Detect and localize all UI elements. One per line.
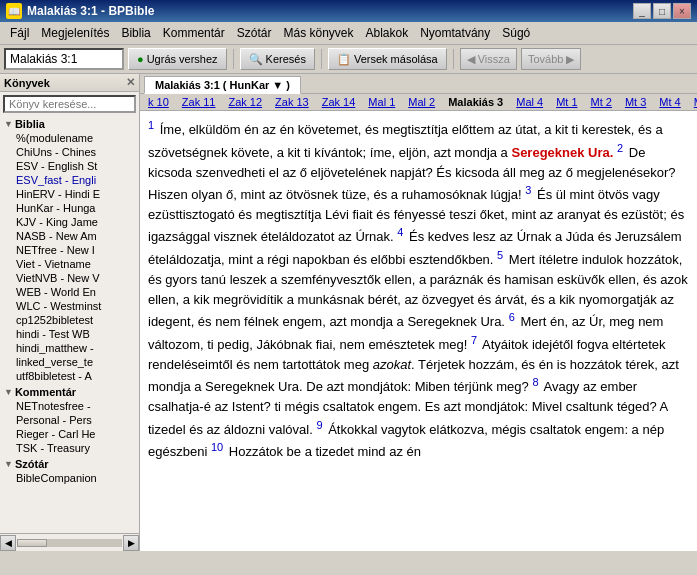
menu-file[interactable]: Fájl [4, 24, 35, 42]
verse-tab[interactable]: Mt 1 [550, 95, 583, 109]
verse-number-5[interactable]: 5 [497, 249, 503, 261]
list-item[interactable]: WEB - World En [12, 285, 139, 299]
back-label: Vissza [478, 53, 510, 65]
menu-help[interactable]: Súgó [496, 24, 536, 42]
verse-tab[interactable]: Mal 2 [402, 95, 441, 109]
books-scrollbar[interactable]: ◀ ▶ [0, 533, 139, 551]
list-item[interactable]: Personal - Pers [12, 413, 139, 427]
jump-to-verse-button[interactable]: ● Ugrás vershez [128, 48, 227, 70]
verse-tab[interactable]: Mal 1 [362, 95, 401, 109]
minimize-button[interactable]: _ [633, 3, 651, 19]
copy-verses-button[interactable]: 📋 Versek másolása [328, 48, 447, 70]
list-item[interactable]: NETnotesfree - [12, 399, 139, 413]
close-button[interactable]: × [673, 3, 691, 19]
maximize-button[interactable]: □ [653, 3, 671, 19]
tree-group-szotar-header[interactable]: ▼ Szótár [0, 457, 139, 471]
verse-number-10[interactable]: 10 [211, 441, 223, 453]
toolbar-separator-3 [453, 49, 454, 69]
toolbar-separator-2 [321, 49, 322, 69]
verse-tabs: k 10 Zak 11 Zak 12 Zak 13 Zak 14 Mal 1 M… [140, 94, 697, 111]
scroll-left-button[interactable]: ◀ [0, 535, 16, 551]
list-item[interactable]: WLC - Westminst [12, 299, 139, 313]
verse-input[interactable] [4, 48, 124, 70]
list-item[interactable]: KJV - King Jame [12, 215, 139, 229]
menu-print[interactable]: Nyomtatvány [414, 24, 496, 42]
verse-number-9[interactable]: 9 [316, 419, 322, 431]
tree-group-kommentar-header[interactable]: ▼ Kommentár [0, 385, 139, 399]
list-item[interactable]: ESV - English St [12, 159, 139, 173]
main-area: Könyvek ✕ ▼ Biblia %(modulename ChiUns -… [0, 74, 697, 551]
list-item[interactable]: ChiUns - Chines [12, 145, 139, 159]
content-area: Malakiás 3:1 ( HunKar ▼ ) k 10 Zak 11 Za… [140, 74, 697, 551]
verse-tab[interactable]: Zak 14 [316, 95, 362, 109]
verse-number-2[interactable]: 2 [617, 142, 623, 154]
toolbar-separator-1 [233, 49, 234, 69]
verse-tab[interactable]: Zak 12 [222, 95, 268, 109]
szotar-label: Szótár [15, 458, 49, 470]
tab-main[interactable]: Malakiás 3:1 ( HunKar ▼ ) [144, 76, 301, 94]
kommentar-children: NETnotesfree - Personal - Pers Rieger - … [0, 399, 139, 455]
menu-dictionary[interactable]: Szótár [231, 24, 278, 42]
forward-icon: ▶ [566, 53, 574, 66]
search-icon: 🔍 [249, 53, 263, 66]
list-item[interactable]: VietNVB - New V [12, 271, 139, 285]
forward-button[interactable]: Tovább ▶ [521, 48, 581, 70]
list-item[interactable]: ESV_fast - Engli [12, 173, 139, 187]
verse-number-1[interactable]: 1 [148, 119, 154, 131]
search-label: Keresés [266, 53, 306, 65]
jump-label: Ugrás vershez [147, 53, 218, 65]
list-item[interactable]: hindi - Test WB [12, 327, 139, 341]
back-button[interactable]: ◀ Vissza [460, 48, 517, 70]
expand-icon: ▼ [4, 459, 13, 469]
verse-number-6[interactable]: 6 [509, 311, 515, 323]
list-item[interactable]: Viet - Vietname [12, 257, 139, 271]
books-search-input[interactable] [3, 95, 136, 113]
tree-group-biblia-header[interactable]: ▼ Biblia [0, 117, 139, 131]
scroll-right-button[interactable]: ▶ [123, 535, 139, 551]
verse-tab[interactable]: Mt 4 [653, 95, 686, 109]
menu-bible[interactable]: Biblia [115, 24, 156, 42]
books-close-button[interactable]: ✕ [126, 76, 135, 89]
list-item[interactable]: NASB - New Am [12, 229, 139, 243]
expand-icon: ▼ [4, 387, 13, 397]
menu-windows[interactable]: Ablakok [360, 24, 415, 42]
biblia-children: %(modulename ChiUns - Chines ESV - Engli… [0, 131, 139, 383]
list-item[interactable]: linked_verse_te [12, 355, 139, 369]
verse-tab[interactable]: Mt 3 [619, 95, 652, 109]
menu-commentary[interactable]: Kommentár [157, 24, 231, 42]
verse-tab[interactable]: Mt 2 [585, 95, 618, 109]
list-item[interactable]: NETfree - New I [12, 243, 139, 257]
books-panel: Könyvek ✕ ▼ Biblia %(modulename ChiUns -… [0, 74, 140, 551]
verse-tab-current[interactable]: Malakiás 3 [442, 95, 509, 109]
verse-tab[interactable]: Mt 5 [688, 95, 697, 109]
verse-highlight-1: Seregeknek Ura. [511, 145, 613, 160]
bible-paragraph: 1 Íme, elküldöm én az én követemet, és m… [148, 117, 689, 462]
verse-number-4[interactable]: 4 [397, 226, 403, 238]
verse-tab[interactable]: Zak 11 [176, 95, 222, 109]
search-button[interactable]: 🔍 Keresés [240, 48, 315, 70]
tab-label: Malakiás 3:1 ( HunKar ▼ ) [155, 79, 290, 91]
verse-number-8[interactable]: 8 [532, 376, 538, 388]
tree-group-kommentar: ▼ Kommentár NETnotesfree - Personal - Pe… [0, 384, 139, 456]
verse-tab[interactable]: Zak 13 [269, 95, 315, 109]
list-item[interactable]: Rieger - Carl He [12, 427, 139, 441]
list-item[interactable]: HunKar - Hunga [12, 201, 139, 215]
scroll-track [17, 539, 122, 547]
list-item[interactable]: TSK - Treasury [12, 441, 139, 455]
list-item[interactable]: utf8bibletest - A [12, 369, 139, 383]
list-item[interactable]: cp1252bibletest [12, 313, 139, 327]
verse-number-7[interactable]: 7 [471, 334, 477, 346]
toolbar: ● Ugrás vershez 🔍 Keresés 📋 Versek másol… [0, 45, 697, 74]
menu-view[interactable]: Megjelenítés [35, 24, 115, 42]
verse-tab[interactable]: k 10 [142, 95, 175, 109]
verse-tab[interactable]: Mal 4 [510, 95, 549, 109]
menu-more-books[interactable]: Más könyvek [277, 24, 359, 42]
kommentar-label: Kommentár [15, 386, 76, 398]
list-item[interactable]: HinERV - Hindi E [12, 187, 139, 201]
list-item[interactable]: hindi_matthew - [12, 341, 139, 355]
list-item[interactable]: %(modulename [12, 131, 139, 145]
biblia-label: Biblia [15, 118, 45, 130]
verse-number-3[interactable]: 3 [525, 184, 531, 196]
list-item[interactable]: BibleCompanion [12, 471, 139, 485]
bible-text: 1 Íme, elküldöm én az én követemet, és m… [140, 111, 697, 551]
